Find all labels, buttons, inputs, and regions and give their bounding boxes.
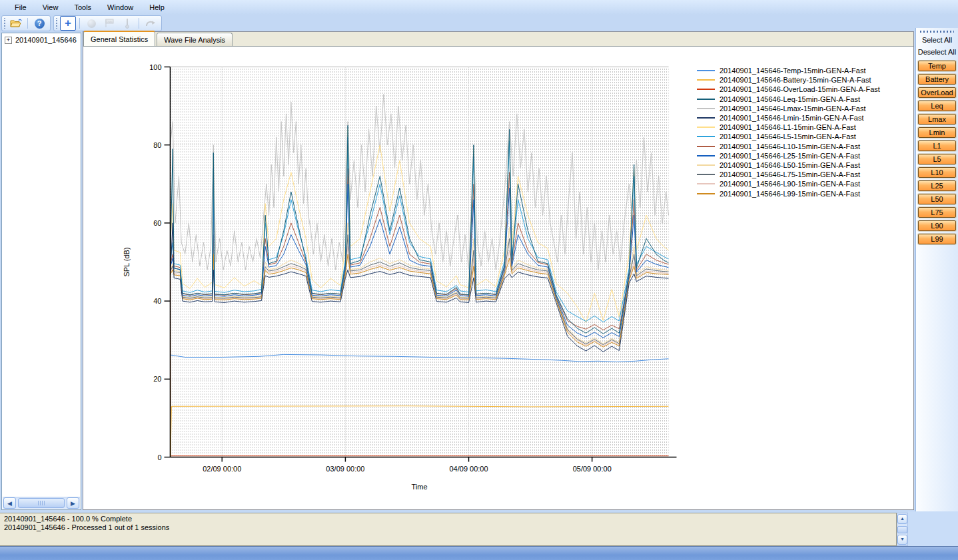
series-toggle-temp[interactable]: Temp [918, 61, 956, 71]
menu-view[interactable]: View [35, 1, 67, 13]
toolbar: ? + Data [0, 15, 958, 32]
x-axis-title: Time [411, 483, 427, 491]
toolbar-grip[interactable] [55, 18, 58, 29]
legend-swatch [697, 136, 715, 137]
legend-swatch [697, 146, 715, 147]
chart-legend: 20140901_145646-Temp-15min-GEN-A-Fast201… [697, 66, 880, 198]
legend-label: 20140901_145646-L5-15min-GEN-A-Fast [719, 133, 856, 140]
menu-window[interactable]: Window [99, 1, 141, 13]
series-toggle-l25[interactable]: L25 [918, 180, 956, 191]
menu-file[interactable]: File [7, 1, 35, 13]
window-bottom-edge [0, 546, 958, 560]
legend-swatch [697, 164, 715, 166]
series-toggle-lmax[interactable]: Lmax [918, 114, 956, 125]
tree-item-session[interactable]: + 20140901_145646 [2, 33, 81, 45]
y-tick-label: 40 [153, 297, 161, 305]
toolbar-separator [27, 18, 28, 29]
scroll-left-icon[interactable]: ◀ [3, 497, 16, 509]
select-all-button[interactable]: Select All [916, 34, 958, 46]
legend-label: 20140901_145646-Temp-15min-GEN-A-Fast [719, 67, 866, 75]
legend-label: 20140901_145646-Battery-15min-GEN-A-Fast [719, 76, 871, 84]
menu-bar: FileViewToolsWindowHelp [0, 0, 958, 15]
legend-swatch [697, 79, 715, 81]
tree-expand-icon[interactable]: + [5, 37, 12, 44]
y-axis-title: SPL (dB) [123, 247, 131, 276]
legend-label: 20140901_145646-L75-15min-GEN-A-Fast [719, 170, 860, 178]
tab-general-statistics[interactable]: General Statistics [83, 31, 155, 46]
session-tree-panel: + 20140901_145646 ◀ ▶ [1, 33, 81, 510]
series-toggle-l50[interactable]: L50 [918, 194, 956, 204]
series-toggle-l75[interactable]: L75 [918, 207, 956, 218]
droplet-icon[interactable] [83, 16, 99, 31]
legend-item-lmin: 20140901_145646-Lmin-15min-GEN-A-Fast [697, 113, 880, 123]
legend-item-temp: 20140901_145646-Temp-15min-GEN-A-Fast [697, 66, 880, 75]
scrollbar-thumb[interactable] [18, 498, 65, 508]
legend-label: 20140901_145646-Lmax-15min-GEN-A-Fast [719, 105, 866, 113]
tab-strip: General Statistics Wave File Analysis [83, 32, 913, 46]
log-vertical-scrollbar[interactable]: ▲ ▼ [897, 513, 908, 546]
help-icon[interactable]: ? [31, 16, 47, 31]
open-folder-glyph [10, 19, 22, 28]
series-toggle-leq[interactable]: Leq [918, 101, 956, 111]
legend-item-l90: 20140901_145646-L90-15min-GEN-A-Fast [697, 179, 880, 188]
scroll-right-icon[interactable]: ▶ [67, 497, 79, 509]
data-flag-icon[interactable]: Data [101, 16, 117, 31]
legend-item-battery: 20140901_145646-Battery-15min-GEN-A-Fast [697, 75, 880, 85]
legend-swatch [697, 70, 715, 71]
scroll-up-icon[interactable]: ▲ [897, 514, 907, 524]
legend-item-l10: 20140901_145646-L10-15min-GEN-A-Fast [697, 142, 880, 151]
tab-wave-file-analysis[interactable]: Wave File Analysis [157, 33, 233, 46]
toolbar-group-tools: + Data [53, 15, 162, 31]
legend-label: 20140901_145646-L99-15min-GEN-A-Fast [719, 190, 860, 198]
x-tick-label: 02/09 00:00 [203, 465, 241, 473]
legend-swatch [697, 155, 715, 156]
x-tick-label: 05/09 00:00 [573, 465, 612, 473]
legend-label: 20140901_145646-L50-15min-GEN-A-Fast [719, 161, 860, 169]
svg-text:Data: Data [107, 20, 113, 23]
series-toggle-lmin[interactable]: Lmin [918, 127, 956, 138]
spl-time-chart[interactable]: 02040608010002/09 00:0003/09 00:0004/09 … [120, 60, 680, 496]
deselect-all-button[interactable]: Deselect All [916, 46, 958, 58]
series-toggle-l5[interactable]: L5 [918, 154, 956, 164]
legend-item-l1: 20140901_145646-L1-15min-GEN-A-Fast [697, 123, 880, 132]
scroll-down-icon[interactable]: ▼ [897, 535, 907, 545]
series-toggle-l10[interactable]: L10 [918, 167, 956, 178]
legend-item-l99: 20140901_145646-L99-15min-GEN-A-Fast [697, 188, 880, 198]
toolbar-separator [139, 18, 139, 29]
series-toggle-overload[interactable]: OverLoad [918, 87, 956, 98]
legend-swatch [697, 193, 715, 194]
legend-swatch [697, 99, 715, 100]
y-tick-label: 20 [153, 375, 161, 383]
y-tick-label: 100 [149, 63, 161, 71]
menu-help[interactable]: Help [141, 1, 173, 13]
window-background [908, 511, 958, 547]
probe-icon[interactable] [119, 16, 135, 31]
legend-item-l75: 20140901_145646-L75-15min-GEN-A-Fast [697, 170, 880, 179]
legend-item-lmax: 20140901_145646-Lmax-15min-GEN-A-Fast [697, 104, 880, 113]
toolbar-group-file: ? [1, 15, 51, 31]
series-toggle-l99[interactable]: L99 [918, 234, 956, 244]
series-toggle-battery[interactable]: Battery [918, 74, 956, 85]
legend-swatch [697, 117, 715, 119]
series-toggle-l1[interactable]: L1 [918, 140, 956, 151]
legend-swatch [697, 127, 715, 128]
y-tick-label: 80 [153, 141, 161, 149]
open-folder-icon[interactable] [8, 16, 24, 31]
toolbar-grip[interactable] [3, 18, 6, 29]
legend-item-l50: 20140901_145646-L50-15min-GEN-A-Fast [697, 160, 880, 170]
redo-icon[interactable] [143, 16, 159, 31]
scrollbar-thumb[interactable] [897, 526, 907, 533]
tree-horizontal-scrollbar[interactable]: ◀ ▶ [3, 497, 80, 509]
app-window: { "menu": { "items": ["File", "View", "T… [0, 0, 958, 560]
series-toggle-l90[interactable]: L90 [918, 220, 956, 231]
y-tick-label: 60 [153, 219, 161, 227]
menu-tools[interactable]: Tools [66, 1, 99, 13]
legend-label: 20140901_145646-L10-15min-GEN-A-Fast [719, 142, 860, 150]
legend-swatch [697, 108, 715, 109]
status-line-processed: 20140901_145646 - Processed 1 out of 1 s… [4, 523, 892, 532]
legend-swatch [697, 89, 715, 90]
legend-item-leq: 20140901_145646-Leq-15min-GEN-A-Fast [697, 95, 880, 104]
legend-item-overload: 20140901_145646-OverLoad-15min-GEN-A-Fas… [697, 85, 880, 94]
add-icon[interactable]: + [60, 16, 76, 31]
panel-grip-icon[interactable] [920, 31, 954, 33]
